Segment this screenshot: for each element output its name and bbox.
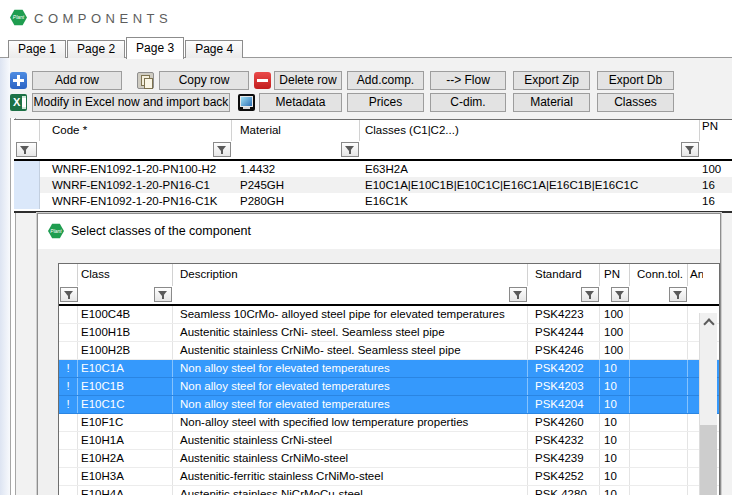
add-row-button[interactable]: Add row [32, 71, 122, 90]
filter-funnel-icon[interactable] [341, 142, 359, 157]
table-row[interactable]: WNRF-EN1092-1-20-PN100-H2 1.4432 E63H2A … [14, 161, 732, 177]
tab-page-3[interactable]: Page 3 [126, 37, 184, 59]
class-row[interactable]: E10H1A Austenitic stainless CrNi-steel P… [59, 432, 719, 450]
scrollbar-thumb[interactable] [700, 425, 717, 495]
column-header-classes[interactable]: Classes (C1|C2...) [360, 120, 700, 141]
tab-page-4[interactable]: Page 4 [185, 40, 243, 58]
column-header-pn[interactable]: PN [700, 120, 732, 141]
table-row[interactable]: WNRF-EN1092-1-20-PN16-C1 P245GH E10C1A|E… [14, 177, 732, 193]
filter-funnel-icon[interactable] [154, 287, 172, 302]
row-selector[interactable] [14, 193, 40, 209]
column-header-standard[interactable]: Standard [528, 264, 600, 286]
cell-pn: 100 [600, 342, 630, 359]
cell-class: E10H1A [78, 432, 173, 449]
class-row-selected[interactable]: ! E10C1A Non alloy steel for elevated te… [59, 360, 719, 378]
cell-code: WNRF-EN1092-1-20-PN16-C1 [40, 177, 232, 193]
cell-classes: E63H2A [360, 161, 700, 177]
tab-page-2[interactable]: Page 2 [67, 40, 125, 58]
copy-row-button[interactable]: Copy row [159, 71, 249, 90]
cell-material: 1.4432 [232, 161, 360, 177]
add-comp-button[interactable]: Add.comp. [347, 71, 424, 90]
metadata-button[interactable]: Metadata [259, 93, 342, 112]
cell-description: Non-alloy steel with specified low tempe… [173, 414, 528, 431]
scroll-up-button[interactable] [700, 313, 717, 330]
cell-code: WNRF-EN1092-1-20-PN100-H2 [40, 161, 232, 177]
cell-pn: 10 [600, 396, 630, 413]
cell-class: E10H3A [78, 468, 173, 485]
components-filter-row [14, 141, 732, 161]
tab-page-1[interactable]: Page 1 [8, 40, 66, 58]
cell-material: P280GH [232, 193, 360, 209]
cell-class: E10H4A [78, 486, 173, 495]
class-row-selected[interactable]: ! E10C1B Non alloy steel for elevated te… [59, 378, 719, 396]
export-db-button[interactable]: Export Db [597, 71, 674, 90]
column-header-class[interactable]: Class [78, 264, 173, 286]
cell-standard: PSK4246 [528, 342, 600, 359]
classes-filter-row [59, 286, 719, 306]
class-row[interactable]: E100H2B Austenitic stainless CrNiMo- ste… [59, 342, 719, 360]
cell-conn-tol [630, 414, 688, 431]
cell-class: E10C1C [78, 396, 173, 413]
export-zip-button[interactable]: Export Zip [513, 71, 590, 90]
filter-funnel-icon[interactable] [509, 287, 527, 302]
delete-row-button[interactable]: Delete row [274, 71, 342, 90]
filter-funnel-icon[interactable] [581, 287, 599, 302]
cell-pn: 10 [600, 486, 630, 495]
classes-button[interactable]: Classes [597, 93, 674, 112]
cell-description: Austenitic stainless NiCrMoCu-steel [173, 486, 528, 495]
classes-table-header: Class Description Standard PN Conn.tol. … [59, 264, 719, 286]
delete-icon [254, 72, 271, 89]
c-dim-button[interactable]: C-dim. [430, 93, 506, 112]
filter-funnel-icon[interactable] [60, 287, 78, 302]
cell-description: Austenitic stainless CrNi- steel. Seamle… [173, 324, 528, 341]
plant-logo-icon: Plant [10, 9, 27, 26]
class-row[interactable]: E100H1B Austenitic stainless CrNi- steel… [59, 324, 719, 342]
cell-conn-tol [630, 378, 688, 395]
filter-funnel-icon[interactable] [213, 142, 231, 157]
material-button[interactable]: Material [513, 93, 590, 112]
cell-standard: PSK4204 [528, 396, 600, 413]
cell-marker [59, 486, 78, 495]
vertical-scrollbar[interactable] [699, 313, 717, 495]
filter-funnel-icon[interactable] [669, 287, 687, 302]
column-header-pn[interactable]: PN [600, 264, 630, 286]
class-row[interactable]: E10H4A Austenitic stainless NiCrMoCu-ste… [59, 486, 719, 495]
table-row[interactable]: WNRF-EN1092-1-20-PN16-C1K P280GH E16C1K … [14, 193, 732, 209]
cell-description: Austenitic stainless CrNiMo-steel [173, 450, 528, 467]
cell-conn-tol [630, 324, 688, 341]
cell-marker [59, 306, 78, 323]
column-header-conn-tol[interactable]: Conn.tol. [630, 264, 688, 286]
prices-button[interactable]: Prices [347, 93, 424, 112]
cell-pn: 100 [600, 306, 630, 323]
class-row[interactable]: E10H2A Austenitic stainless CrNiMo-steel… [59, 450, 719, 468]
flow-button[interactable]: --> Flow [430, 71, 506, 90]
column-header-description[interactable]: Description [173, 264, 528, 286]
cell-class: E10F1C [78, 414, 173, 431]
filter-funnel-icon[interactable] [681, 142, 699, 157]
class-row[interactable]: E100C4B Seamless 10CrMo- alloyed steel p… [59, 306, 719, 324]
class-row[interactable]: E10H3A Austenitic-ferritic stainless CrN… [59, 468, 719, 486]
row-selector[interactable] [14, 161, 40, 177]
row-selector[interactable] [14, 177, 40, 193]
row-marker-header [59, 264, 78, 286]
cell-standard: PSK4223 [528, 306, 600, 323]
column-header-an[interactable]: An [688, 264, 703, 286]
left-panel-strip [0, 58, 10, 495]
filter-funnel-icon[interactable] [16, 142, 37, 157]
cell-conn-tol [630, 468, 688, 485]
filter-funnel-icon[interactable] [611, 287, 629, 302]
components-table-header: Code * Material Classes (C1|C2...) PN [14, 120, 732, 141]
cell-class: E10C1B [78, 378, 173, 395]
modify-excel-button[interactable]: Modify in Excel now and import back [32, 93, 230, 112]
plant-logo-icon: Plant [48, 223, 64, 239]
cell-standard: PSK4260 [528, 414, 600, 431]
column-header-material[interactable]: Material [232, 120, 360, 141]
cell-pn: 10 [600, 432, 630, 449]
cell-pn: 10 [600, 468, 630, 485]
copy-icon [137, 72, 154, 89]
class-row[interactable]: E10F1C Non-alloy steel with specified lo… [59, 414, 719, 432]
column-header-code[interactable]: Code * [40, 120, 232, 141]
class-row-selected[interactable]: ! E10C1C Non alloy steel for elevated te… [59, 396, 719, 414]
cell-class: E10H2A [78, 450, 173, 467]
app-header: Plant COMPONENTS [0, 0, 732, 37]
